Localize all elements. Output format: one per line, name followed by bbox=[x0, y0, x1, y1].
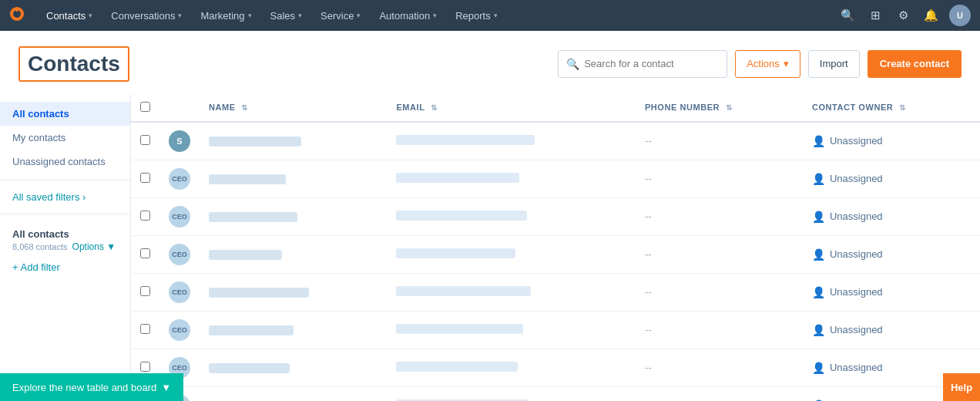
contact-name[interactable] bbox=[209, 250, 282, 260]
row-checkbox[interactable] bbox=[140, 362, 150, 372]
contact-name[interactable] bbox=[209, 325, 294, 335]
contact-email-cell bbox=[387, 122, 636, 160]
contact-name[interactable] bbox=[209, 363, 290, 373]
contact-owner-cell: 👤 Unassigned bbox=[803, 122, 980, 160]
contact-phone-cell: -- bbox=[636, 311, 803, 349]
contact-name-cell[interactable] bbox=[200, 235, 387, 273]
contact-email-cell bbox=[387, 160, 636, 197]
contact-name-cell[interactable] bbox=[200, 122, 387, 160]
table-row: CEO -- 👤 Unassigned bbox=[131, 235, 980, 273]
contact-owner: 👤 Unassigned bbox=[812, 211, 971, 223]
contact-owner: 👤 Unassigned bbox=[812, 362, 971, 374]
nav-sales[interactable]: Sales ▾ bbox=[261, 0, 312, 31]
create-contact-button[interactable]: Create contact bbox=[868, 50, 962, 78]
row-checkbox-cell[interactable] bbox=[131, 160, 159, 197]
nav-automation-chevron: ▾ bbox=[433, 12, 437, 19]
contact-name[interactable] bbox=[209, 136, 301, 147]
row-checkbox[interactable] bbox=[140, 286, 150, 296]
contact-avatar-cell: CEO bbox=[159, 311, 200, 349]
sidebar-divider bbox=[0, 180, 130, 180]
name-column-header[interactable]: NAME ⇅ bbox=[200, 94, 387, 122]
owner-name: Unassigned bbox=[830, 324, 883, 335]
row-checkbox[interactable] bbox=[140, 248, 150, 258]
search-icon[interactable]: 🔍 bbox=[835, 3, 860, 28]
contact-email bbox=[396, 135, 535, 145]
row-checkbox-cell[interactable] bbox=[131, 122, 159, 160]
contact-name-cell[interactable] bbox=[200, 197, 387, 235]
row-checkbox[interactable] bbox=[140, 135, 150, 145]
contact-name[interactable] bbox=[209, 288, 309, 298]
nav-automation[interactable]: Automation ▾ bbox=[370, 0, 446, 31]
contacts-table: NAME ⇅ EMAIL ⇅ PHONE NUMBER ⇅ CONTACT OW… bbox=[131, 94, 980, 401]
sidebar: All contacts My contacts Unassigned cont… bbox=[0, 94, 131, 401]
hubspot-logo[interactable] bbox=[9, 6, 25, 25]
user-avatar[interactable]: U bbox=[949, 5, 971, 26]
contact-name-cell[interactable] bbox=[200, 160, 387, 197]
row-checkbox-cell[interactable] bbox=[131, 311, 159, 349]
row-checkbox-cell[interactable] bbox=[131, 197, 159, 235]
owner-name: Unassigned bbox=[830, 173, 883, 184]
add-filter-button[interactable]: + Add filter bbox=[0, 255, 130, 279]
row-checkbox-cell[interactable] bbox=[131, 235, 159, 273]
email-sort-icon: ⇅ bbox=[431, 103, 438, 112]
contact-email-cell bbox=[387, 273, 636, 311]
nav-conversations[interactable]: Conversations ▾ bbox=[102, 0, 191, 31]
sidebar-contacts-count: 8,068 contacts Options ▼ bbox=[12, 241, 118, 252]
nav-contacts[interactable]: Contacts ▾ bbox=[37, 0, 102, 31]
contact-avatar: S bbox=[169, 130, 190, 152]
owner-column-header[interactable]: CONTACT OWNER ⇅ bbox=[803, 94, 980, 122]
contact-avatar-cell: CEO bbox=[159, 235, 200, 273]
search-icon: 🔍 bbox=[566, 58, 579, 70]
contact-name[interactable] bbox=[209, 212, 297, 222]
row-checkbox[interactable] bbox=[140, 173, 150, 183]
search-input[interactable] bbox=[584, 58, 719, 69]
nav-conversations-chevron: ▾ bbox=[178, 12, 182, 19]
nav-reports[interactable]: Reports ▾ bbox=[446, 0, 507, 31]
sidebar-item-all-contacts[interactable]: All contacts bbox=[0, 102, 130, 126]
nav-service[interactable]: Service ▾ bbox=[311, 0, 370, 31]
main-layout: All contacts My contacts Unassigned cont… bbox=[0, 94, 980, 401]
sidebar-saved-filters[interactable]: All saved filters › bbox=[0, 187, 130, 207]
nav-right-icons: 🔍 ⊞ ⚙ 🔔 U bbox=[835, 3, 971, 28]
sidebar-item-my-contacts[interactable]: My contacts bbox=[0, 126, 130, 150]
contact-email-cell bbox=[387, 235, 636, 273]
select-all-checkbox[interactable] bbox=[140, 102, 150, 112]
contact-owner-cell: 👤 Unassigned bbox=[803, 160, 980, 197]
sidebar-item-unassigned-contacts[interactable]: Unassigned contacts bbox=[0, 150, 130, 174]
contact-owner-cell: 👤 Unassigned bbox=[803, 311, 980, 349]
contact-avatar-cell: S bbox=[159, 122, 200, 160]
settings-icon[interactable]: ⚙ bbox=[891, 3, 915, 28]
nav-service-chevron: ▾ bbox=[357, 12, 361, 19]
notifications-icon[interactable]: 🔔 bbox=[918, 3, 943, 28]
marketplace-icon[interactable]: ⊞ bbox=[863, 3, 888, 28]
email-column-header[interactable]: EMAIL ⇅ bbox=[387, 94, 636, 122]
search-box[interactable]: 🔍 bbox=[558, 50, 727, 78]
actions-button[interactable]: Actions ▾ bbox=[735, 50, 800, 78]
phone-column-header[interactable]: PHONE NUMBER ⇅ bbox=[636, 94, 803, 122]
contact-name-cell[interactable] bbox=[200, 311, 387, 349]
contact-avatar-cell: CEO bbox=[159, 197, 200, 235]
owner-icon: 👤 bbox=[812, 211, 825, 223]
explore-button[interactable]: Explore the new table and board ▼ bbox=[0, 373, 183, 401]
contact-owner: 👤 Unassigned bbox=[812, 286, 971, 298]
row-checkbox-cell[interactable] bbox=[131, 273, 159, 311]
contact-owner: 👤 Unassigned bbox=[812, 248, 971, 261]
table-row: CEO -- 👤 Unassigned bbox=[131, 273, 980, 311]
contact-name-cell[interactable] bbox=[200, 273, 387, 311]
bottom-bar: Explore the new table and board ▼ Help bbox=[0, 373, 980, 401]
contact-avatar: CEO bbox=[169, 281, 190, 303]
import-button[interactable]: Import bbox=[808, 50, 860, 78]
options-button[interactable]: Options ▼ bbox=[72, 241, 116, 252]
contact-owner-cell: 👤 Unassigned bbox=[803, 197, 980, 235]
row-checkbox[interactable] bbox=[140, 211, 150, 221]
nav-marketing[interactable]: Marketing ▾ bbox=[191, 0, 260, 31]
contact-name[interactable] bbox=[209, 174, 286, 184]
help-button[interactable]: Help bbox=[943, 373, 980, 401]
row-checkbox[interactable] bbox=[140, 324, 150, 334]
owner-icon: 👤 bbox=[812, 135, 825, 147]
select-all-header[interactable] bbox=[131, 94, 159, 122]
sidebar-contacts-info: All contacts 8,068 contacts Options ▼ bbox=[0, 221, 130, 255]
contact-owner: 👤 Unassigned bbox=[812, 324, 971, 336]
sidebar-divider-2 bbox=[0, 214, 130, 214]
name-sort-icon: ⇅ bbox=[241, 103, 248, 112]
